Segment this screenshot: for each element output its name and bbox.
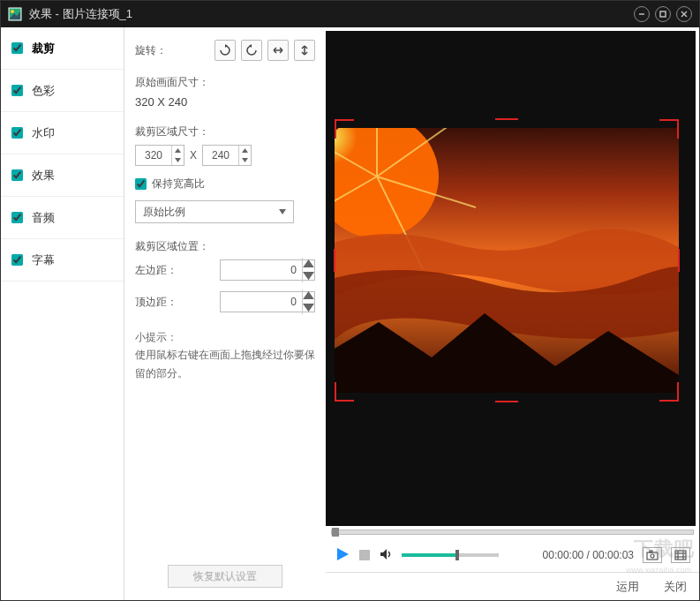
flip-vertical-button[interactable] [294,40,315,61]
sidebar-label: 字幕 [32,252,55,268]
svg-rect-16 [647,552,658,560]
sidebar-item-watermark[interactable]: 水印 [1,112,124,154]
stop-button[interactable] [359,550,370,560]
keep-ratio-label: 保持宽高比 [152,177,205,192]
crop-handle-t[interactable] [495,118,518,120]
scrub-handle[interactable] [332,528,339,537]
x-separator: X [190,149,197,162]
svg-rect-19 [675,551,686,560]
crop-handle-tl[interactable] [335,119,354,139]
close-button[interactable] [676,6,692,22]
spin-up-icon[interactable] [172,146,184,155]
rotate-cw-button[interactable] [215,40,236,61]
time-display: 00:00:00 / 00:00:03 [543,549,634,561]
svg-rect-3 [660,11,666,17]
close-footer-button[interactable]: 关闭 [664,579,687,595]
crop-frame[interactable] [335,119,679,402]
app-icon [8,7,22,21]
crop-pos-label: 裁剪区域位置： [135,239,315,254]
rotate-ccw-button[interactable] [241,40,262,61]
spin-up-icon[interactable] [303,258,314,270]
spin-down-icon[interactable] [303,302,314,314]
svg-rect-18 [650,551,652,552]
crop-handle-b[interactable] [495,401,518,402]
maximize-button[interactable] [655,6,671,22]
chevron-down-icon [279,209,286,214]
left-margin-input[interactable]: 0 [220,259,315,281]
orig-size-value: 320 X 240 [135,95,315,109]
sidebar: 裁剪 色彩 水印 效果 音频 字幕 [1,27,124,600]
window-title: 效果 - 图片连接项_1 [29,6,634,22]
preview-canvas[interactable] [326,31,696,526]
play-button[interactable] [335,546,350,565]
sidebar-check-watermark[interactable] [11,127,23,139]
footer: 运用 关闭 [326,572,699,600]
keep-ratio-checkbox[interactable] [135,178,147,190]
svg-point-17 [651,554,654,558]
spin-up-icon[interactable] [239,146,251,155]
crop-width-value: 320 [136,149,171,162]
tip-text: 使用鼠标右键在画面上拖拽经过你要保留的部分。 [135,346,315,382]
orig-size-label: 原始画面尺寸： [135,75,315,90]
sidebar-label: 水印 [32,125,55,141]
top-margin-label: 顶边距： [135,295,181,310]
sidebar-label: 效果 [32,168,55,184]
ratio-select[interactable]: 原始比例 [135,200,294,223]
crop-size-label: 裁剪区域尺寸： [135,124,315,139]
tip-title: 小提示： [135,328,315,346]
sidebar-label: 色彩 [32,83,55,99]
top-margin-value: 0 [221,296,302,308]
preview-area: 00:00:00 / 00:00:03 运用 关闭 下载吧 www.xiazai… [326,27,699,600]
sidebar-item-effect[interactable]: 效果 [1,154,124,197]
volume-icon[interactable] [379,547,393,564]
crop-height-input[interactable]: 240 [202,145,252,166]
volume-knob[interactable] [455,550,459,560]
sidebar-label: 音频 [32,210,55,226]
sidebar-item-crop[interactable]: 裁剪 [1,27,124,70]
crop-handle-l[interactable] [334,249,335,272]
spin-up-icon[interactable] [303,289,314,302]
spin-down-icon[interactable] [303,270,314,282]
rotate-label: 旋转： [135,43,167,58]
ratio-select-value: 原始比例 [143,205,185,220]
crop-handle-tr[interactable] [659,119,679,139]
crop-handle-r[interactable] [678,249,680,272]
sidebar-item-color[interactable]: 色彩 [1,70,124,112]
sidebar-check-subtitle[interactable] [11,254,23,266]
sidebar-check-color[interactable] [11,85,23,96]
volume-slider[interactable] [402,553,499,557]
crop-width-input[interactable]: 320 [135,145,184,166]
left-margin-label: 左边距： [135,263,181,278]
spin-down-icon[interactable] [172,155,184,165]
time-current: 00:00:00 [543,549,584,561]
svg-point-1 [11,10,14,13]
restore-defaults-button[interactable]: 恢复默认设置 [168,565,282,588]
sidebar-item-audio[interactable]: 音频 [1,197,124,239]
left-margin-value: 0 [221,264,302,276]
sidebar-label: 裁剪 [32,41,55,56]
film-button[interactable] [671,547,690,563]
sidebar-check-crop[interactable] [11,42,23,54]
snapshot-button[interactable] [643,547,662,563]
crop-height-value: 240 [203,149,238,162]
crop-handle-br[interactable] [659,382,679,402]
flip-horizontal-button[interactable] [267,40,289,61]
sidebar-check-audio[interactable] [11,212,23,223]
titlebar: 效果 - 图片连接项_1 [1,1,699,27]
sidebar-check-effect[interactable] [11,169,23,181]
scrub-bar[interactable] [326,526,699,538]
top-margin-input[interactable]: 0 [220,291,315,312]
restore-label: 恢复默认设置 [193,569,257,584]
sidebar-item-subtitle[interactable]: 字幕 [1,239,124,282]
crop-handle-bl[interactable] [335,382,354,402]
settings-panel: 旋转： 原始画面尺寸： 320 X 240 裁剪区域尺寸： 320 X 240 [124,27,326,600]
time-total: 00:00:03 [592,549,634,561]
minimize-button[interactable] [634,6,650,22]
player-controls: 00:00:00 / 00:00:03 [326,538,699,572]
spin-down-icon[interactable] [239,155,251,165]
apply-button[interactable]: 运用 [616,579,639,595]
